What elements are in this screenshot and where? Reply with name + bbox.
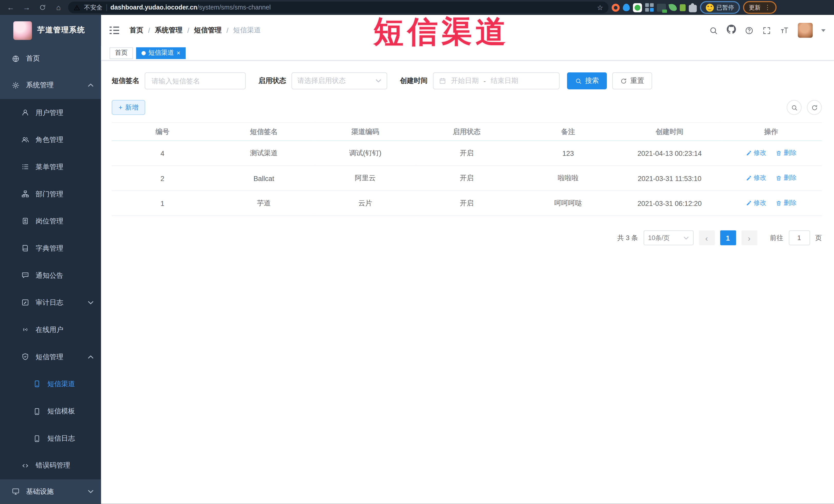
extension-screen-share-icon[interactable] (657, 3, 666, 11)
page-size-select[interactable]: 10条/页 (643, 230, 693, 245)
update-button[interactable]: 更新 ⋮ (743, 1, 777, 14)
sidebar-item-label: 菜单管理 (36, 162, 63, 172)
reload-icon[interactable] (36, 2, 49, 13)
logo-image (13, 21, 32, 40)
app-logo[interactable]: 芋道管理系统 (0, 15, 101, 46)
user-avatar[interactable] (798, 23, 813, 38)
sidebar-item-sms-management[interactable]: 短信管理 (0, 343, 101, 371)
select-chevron-down-icon (376, 79, 381, 83)
url-text[interactable]: dashboard.yudao.iocoder.cn/system/sms/sm… (110, 4, 271, 11)
goto-page-input[interactable] (789, 230, 810, 245)
refresh-icon (811, 104, 818, 111)
sidebar-item-system-management[interactable]: 系统管理 (0, 71, 101, 99)
goto-label: 前往 (770, 234, 783, 242)
help-icon[interactable] (745, 26, 754, 35)
total-count: 共 3 条 (617, 234, 638, 242)
home-icon[interactable]: ⌂ (52, 2, 65, 13)
sidebar-item-label: 角色管理 (36, 135, 63, 144)
edit-link[interactable]: 修改 (746, 174, 767, 182)
cell-id: 2 (112, 166, 213, 191)
sidebar-item-department-management[interactable]: 部门管理 (0, 180, 101, 208)
signature-input[interactable] (145, 72, 246, 89)
extension-grid-icon[interactable] (645, 3, 654, 12)
sidebar-item-sms-channel[interactable]: 短信渠道 (0, 371, 101, 398)
sidebar: 芋道管理系统 首页 系统管理 用户管理 角色管理 (0, 15, 101, 504)
back-icon[interactable]: ← (4, 2, 17, 13)
toggle-search-button[interactable] (787, 100, 802, 115)
breadcrumb-sms[interactable]: 短信管理 (194, 25, 222, 35)
fullscreen-icon[interactable] (762, 26, 771, 35)
table-row: 2 Ballcat 阿里云 开启 啦啦啦 2021-03-31 11:53:10… (112, 166, 822, 191)
add-button-label: 新增 (125, 103, 139, 112)
sidebar-collapse-icon[interactable] (110, 26, 119, 34)
status-select[interactable]: 请选择启用状态 (291, 72, 387, 89)
end-date-placeholder: 结束日期 (490, 76, 518, 86)
prev-page-button[interactable]: ‹ (699, 230, 715, 245)
breadcrumb-separator: / (226, 26, 228, 35)
refresh-icon (620, 77, 627, 84)
date-range-picker[interactable]: 开始日期 - 结束日期 (433, 72, 559, 89)
address-bar[interactable]: 不安全 dashboard.yudao.iocoder.cn/system/sm… (68, 2, 608, 13)
edit-link[interactable]: 修改 (746, 149, 767, 158)
sidebar-item-menu-management[interactable]: 菜单管理 (0, 153, 101, 180)
breadcrumb: 首页 / 系统管理 / 短信管理 / 短信渠道 (130, 25, 261, 35)
cell-code: 云片 (314, 191, 416, 216)
forward-icon[interactable]: → (20, 2, 33, 13)
phone-icon (33, 407, 41, 415)
add-button[interactable]: + 新增 (112, 100, 145, 115)
tab-close-icon[interactable]: × (177, 50, 180, 56)
sidebar-item-notice-announcement[interactable]: 通知公告 (0, 262, 101, 289)
sidebar-item-user-management[interactable]: 用户管理 (0, 99, 101, 126)
breadcrumb-separator: / (188, 26, 190, 35)
screen: 短信渠道 ← → ⌂ 不安全 dashboard.yudao.iocoder.c… (0, 0, 834, 504)
delete-link[interactable]: 删除 (776, 174, 796, 182)
cell-status: 开启 (416, 191, 518, 216)
extension-orange-icon[interactable] (612, 3, 620, 11)
filter-form: 短信签名 启用状态 请选择启用状态 创建时间 开始日期 - 结束日期 (112, 72, 822, 89)
sidebar-item-home[interactable]: 首页 (0, 46, 101, 71)
extension-green-circle-icon[interactable] (633, 3, 642, 12)
refresh-table-button[interactable] (807, 100, 822, 115)
header-search-icon[interactable] (709, 26, 718, 35)
page-1-button[interactable]: 1 (720, 230, 736, 245)
extension-blue-drop-icon[interactable] (623, 4, 630, 11)
breadcrumb-home[interactable]: 首页 (130, 25, 144, 35)
breadcrumb-system[interactable]: 系统管理 (155, 25, 182, 35)
delete-link[interactable]: 删除 (776, 198, 796, 207)
page-unit-label: 页 (815, 234, 822, 242)
chevron-up-icon (88, 83, 94, 87)
search-button[interactable]: 搜索 (567, 72, 607, 89)
delete-link[interactable]: 删除 (776, 149, 796, 158)
col-actions: 操作 (720, 123, 822, 141)
sidebar-item-error-code-management[interactable]: 错误码管理 (0, 452, 101, 479)
next-page-button[interactable]: › (741, 230, 757, 245)
sidebar-item-sms-log[interactable]: 短信日志 (0, 425, 101, 452)
extension-leaf-icon[interactable] (669, 4, 677, 11)
sidebar-item-dictionary-management[interactable]: 字典管理 (0, 235, 101, 262)
reset-button[interactable]: 重置 (612, 72, 652, 89)
sidebar-item-label: 短信模板 (47, 407, 75, 416)
menu-kebab-icon[interactable]: ⋮ (764, 4, 771, 11)
browser-profile-chip[interactable]: 已暂停 (700, 1, 740, 14)
table-row: 4 测试渠道 调试(钉钉) 开启 123 2021-04-13 00:23:14… (112, 141, 822, 166)
sidebar-item-infrastructure[interactable]: 基础设施 (0, 479, 101, 504)
cell-actions: 修改 删除 (720, 166, 822, 191)
font-size-icon[interactable] (780, 26, 789, 35)
pagination: 共 3 条 10条/页 ‹ 1 › 前往 页 (112, 230, 822, 245)
bookmark-star-icon[interactable]: ☆ (597, 3, 603, 11)
sidebar-item-post-management[interactable]: 岗位管理 (0, 207, 101, 235)
sidebar-item-sms-template[interactable]: 短信模板 (0, 398, 101, 425)
tags-view-bar: 首页 短信渠道 × (101, 46, 834, 61)
sidebar-item-role-management[interactable]: 角色管理 (0, 126, 101, 153)
sidebar-item-online-users[interactable]: 在线用户 (0, 316, 101, 344)
tab-sms-channel[interactable]: 短信渠道 × (136, 47, 185, 59)
extension-small-green-icon[interactable] (680, 4, 686, 11)
github-icon[interactable] (726, 24, 736, 36)
sidebar-item-audit-log[interactable]: 审计日志 (0, 289, 101, 316)
tab-home[interactable]: 首页 (110, 47, 133, 59)
edit-link[interactable]: 修改 (746, 198, 767, 207)
avatar-caret-down-icon[interactable] (821, 29, 826, 31)
extensions-puzzle-icon[interactable] (689, 3, 697, 12)
infrastructure-icon (12, 487, 20, 496)
badge-icon (21, 217, 29, 225)
